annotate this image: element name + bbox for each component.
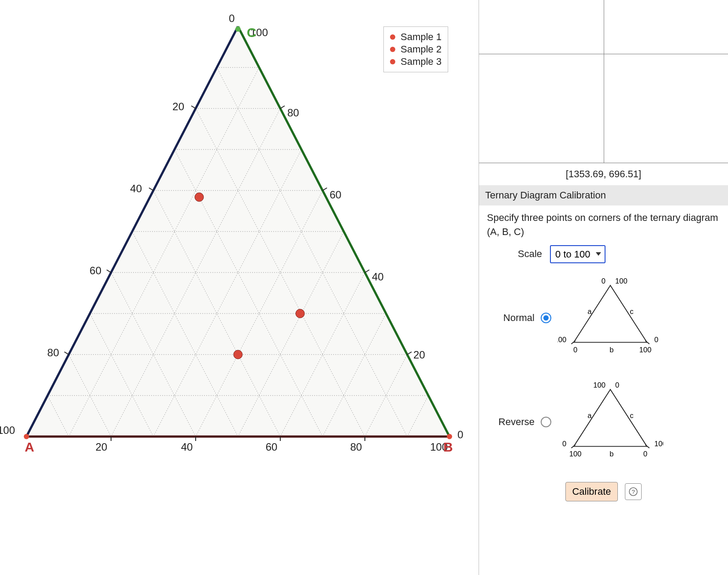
- svg-text:40: 40: [181, 441, 193, 453]
- svg-point-48: [24, 434, 29, 439]
- svg-text:a: a: [587, 307, 592, 316]
- sample-1-point: [195, 193, 204, 202]
- svg-text:100: 100: [615, 277, 628, 285]
- legend-item: Sample 1: [390, 31, 442, 43]
- legend-label: Sample 2: [401, 44, 442, 55]
- calibration-instruction: Specify three points on corners of the t…: [487, 211, 720, 239]
- ternary-grid: [26, 26, 449, 437]
- svg-text:0: 0: [457, 429, 463, 441]
- calibrate-button[interactable]: Calibrate: [565, 482, 617, 501]
- svg-marker-66: [574, 285, 647, 342]
- legend: Sample 1 Sample 2 Sample 3: [383, 26, 448, 72]
- svg-text:c: c: [630, 411, 633, 420]
- svg-text:a: a: [587, 411, 592, 420]
- legend-dot-icon: [390, 34, 395, 40]
- orientation-reverse-diagram: 100 0 0 100 100 0 a c b: [557, 378, 663, 466]
- svg-point-52: [235, 26, 241, 32]
- svg-text:b: b: [609, 449, 613, 458]
- svg-line-54: [191, 106, 196, 108]
- svg-text:60: 60: [330, 189, 342, 201]
- legend-item: Sample 3: [390, 56, 442, 67]
- svg-text:80: 80: [287, 107, 299, 119]
- orientation-reverse-radio[interactable]: [541, 417, 551, 427]
- svg-text:100: 100: [0, 424, 15, 436]
- svg-text:100: 100: [639, 345, 652, 354]
- svg-text:20: 20: [172, 101, 184, 112]
- svg-line-58: [280, 106, 285, 108]
- svg-text:0: 0: [615, 381, 619, 389]
- side-panel: [1353.69, 696.51] Ternary Diagram Calibr…: [479, 0, 728, 575]
- scale-select[interactable]: 0 to 100: [550, 245, 605, 263]
- svg-text:0: 0: [602, 277, 605, 285]
- orientation-reverse-row[interactable]: Reverse 100 0 0 100 100 0 a c b: [495, 378, 720, 466]
- svg-text:100: 100: [557, 336, 566, 344]
- legend-label: Sample 1: [401, 31, 442, 43]
- svg-text:60: 60: [266, 441, 278, 453]
- sample-2-point: [296, 309, 305, 318]
- svg-text:100: 100: [654, 440, 663, 448]
- orientation-reverse-label: Reverse: [495, 415, 535, 429]
- svg-line-60: [365, 270, 369, 273]
- calibration-section-header: Ternary Diagram Calibration: [479, 185, 728, 205]
- ternary-plot-svg[interactable]: 0 20 40 60 80 100 100 80 60 40 20 0 20 4…: [0, 0, 479, 485]
- sample-3-point: [234, 350, 242, 359]
- svg-text:40: 40: [372, 271, 384, 283]
- legend-item: Sample 2: [390, 44, 442, 55]
- orientation-normal-diagram: 0 100 100 0 0 100 a c b: [557, 274, 663, 362]
- svg-line-55: [149, 188, 153, 190]
- svg-text:0: 0: [643, 449, 647, 458]
- svg-text:0: 0: [562, 440, 566, 448]
- svg-line-61: [407, 352, 412, 355]
- legend-dot-icon: [390, 59, 395, 64]
- orientation-normal-label: Normal: [495, 311, 535, 325]
- help-icon: ?: [629, 487, 638, 496]
- svg-text:0: 0: [573, 345, 577, 354]
- svg-text:?: ?: [631, 489, 635, 495]
- orientation-normal-radio[interactable]: [541, 313, 551, 323]
- ternary-plot-panel[interactable]: 0 20 40 60 80 100 100 80 60 40 20 0 20 4…: [0, 0, 479, 575]
- legend-label: Sample 3: [401, 56, 442, 67]
- svg-text:c: c: [630, 307, 633, 316]
- svg-line-57: [64, 352, 69, 355]
- svg-text:B: B: [443, 440, 453, 454]
- svg-point-50: [447, 434, 452, 439]
- svg-line-59: [323, 188, 327, 190]
- svg-text:20: 20: [413, 349, 425, 361]
- svg-text:100: 100: [569, 449, 582, 458]
- svg-marker-78: [574, 389, 647, 446]
- svg-text:0: 0: [654, 336, 658, 344]
- svg-text:A: A: [25, 440, 34, 454]
- legend-dot-icon: [390, 47, 395, 52]
- orientation-normal-row[interactable]: Normal 0 100 100 0 0 100 a c b: [495, 274, 720, 362]
- svg-text:60: 60: [89, 265, 101, 276]
- coordinate-readout: [1353.69, 696.51]: [479, 163, 728, 185]
- svg-text:40: 40: [130, 183, 142, 194]
- svg-text:C: C: [247, 25, 256, 40]
- svg-line-56: [107, 270, 111, 273]
- help-button[interactable]: ?: [625, 483, 642, 500]
- svg-text:20: 20: [96, 441, 108, 453]
- svg-text:80: 80: [350, 441, 362, 453]
- preview-navigator[interactable]: [479, 0, 728, 163]
- svg-text:80: 80: [47, 347, 59, 358]
- svg-text:100: 100: [593, 381, 605, 389]
- svg-text:0: 0: [229, 12, 234, 24]
- scale-label: Scale: [518, 247, 542, 261]
- svg-text:b: b: [609, 345, 613, 354]
